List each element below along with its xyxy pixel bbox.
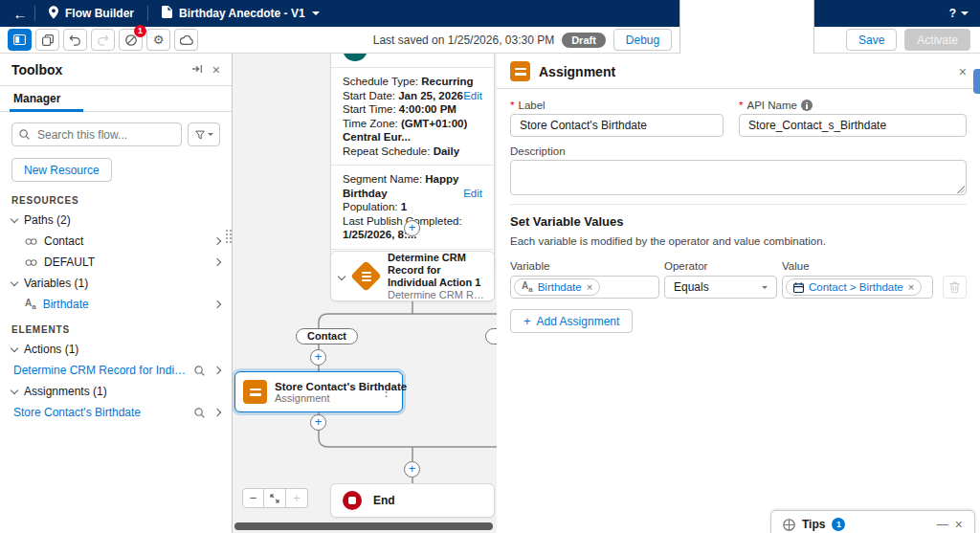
- group-paths[interactable]: Paths (2): [0, 210, 232, 231]
- add-assignment-button[interactable]: + Add Assignment: [510, 309, 633, 333]
- toolbox-search-row: [0, 112, 232, 150]
- info-icon[interactable]: [801, 100, 813, 111]
- repeat-schedule-label: Repeat Schedule:: [343, 145, 430, 157]
- activate-button[interactable]: Activate: [904, 29, 970, 51]
- resources-section-header: RESOURCES: [0, 186, 232, 210]
- value-combobox[interactable]: Contact > Birthdate ×: [782, 276, 933, 299]
- pin-panel-icon[interactable]: [191, 63, 203, 78]
- main-content: Toolbox × Manager New Resource: [0, 54, 980, 533]
- toggle-toolbox-button[interactable]: [8, 29, 32, 51]
- assignment-row: Variable Aa Birthdate × Operator: [510, 260, 967, 299]
- label-field-group: *Label: [510, 100, 724, 137]
- set-variable-values-section: Set Variable Values Each variable is mod…: [510, 204, 967, 333]
- label-input[interactable]: [510, 114, 724, 137]
- close-toolbox-icon[interactable]: ×: [212, 63, 220, 77]
- start-time-value: 4:00:00 PM: [399, 103, 457, 115]
- find-in-canvas-icon[interactable]: [194, 408, 205, 418]
- new-resource-button[interactable]: New Resource: [11, 158, 112, 182]
- add-element-button[interactable]: +: [404, 220, 420, 236]
- add-assignment-label: Add Assignment: [537, 315, 620, 328]
- back-button[interactable]: ←: [6, 6, 34, 22]
- debug-button[interactable]: Debug: [613, 29, 672, 51]
- tab-manager[interactable]: Manager: [13, 92, 60, 111]
- time-zone-label: Time Zone:: [343, 118, 398, 129]
- path-item-default[interactable]: DEFAULT: [0, 252, 232, 273]
- start-icon: [343, 54, 368, 61]
- find-in-canvas-icon[interactable]: [194, 366, 205, 376]
- chevron-down-icon: [312, 11, 320, 15]
- delete-assignment-button[interactable]: [943, 276, 967, 299]
- flow-title-segment[interactable]: Birthday Anecdote - V1: [148, 0, 333, 27]
- schedule-type-value: Recurring: [421, 76, 473, 87]
- resize-grip-icon[interactable]: [957, 186, 965, 193]
- branch-label-contact: Contact: [296, 328, 358, 344]
- chevron-right-icon: [213, 300, 221, 308]
- panel-resize-handle[interactable]: [226, 230, 233, 244]
- assignment-node-selected[interactable]: Store Contact's Birthdate Assignment ⋮: [234, 371, 403, 412]
- undo-button[interactable]: [63, 29, 87, 51]
- flow-toolbar: 1 ⚙ Last saved on 1/25/2026, 03:30 PM Dr…: [0, 27, 980, 54]
- variable-combobox[interactable]: Aa Birthdate ×: [510, 276, 659, 299]
- elements-section-header: ELEMENTS: [0, 315, 232, 339]
- flow-errors-button[interactable]: 1: [119, 29, 143, 51]
- canvas-horizontal-scrollbar[interactable]: [234, 522, 493, 530]
- variable-item-birthdate[interactable]: Aa Birthdate: [0, 294, 232, 315]
- population-label: Population:: [343, 201, 398, 212]
- cloud-run-button[interactable]: [174, 29, 198, 51]
- group-variables[interactable]: Variables (1): [0, 273, 232, 294]
- edit-segment-link[interactable]: Edit: [463, 187, 482, 201]
- repeat-schedule-value: Daily: [434, 145, 460, 157]
- close-icon[interactable]: ×: [955, 517, 963, 532]
- settings-gear-button[interactable]: ⚙: [146, 29, 170, 51]
- assignment-item-store-birthdate[interactable]: Store Contact's Birthdate: [0, 402, 232, 423]
- panel-title: Assignment: [539, 64, 615, 79]
- remove-pill-icon[interactable]: ×: [908, 282, 914, 293]
- group-actions[interactable]: Actions (1): [0, 339, 232, 360]
- save-button[interactable]: Save: [846, 29, 897, 51]
- add-element-button[interactable]: +: [404, 461, 420, 477]
- start-node-title: Start: [377, 54, 403, 56]
- add-element-button[interactable]: +: [310, 414, 326, 431]
- chevron-down-icon: [11, 214, 18, 222]
- path-icon: [25, 237, 37, 246]
- action-item-crm-record[interactable]: Determine CRM Record for Individual Acti…: [0, 360, 232, 381]
- section-help-text: Each variable is modified by the operato…: [510, 235, 967, 247]
- label-field-label: Label: [518, 100, 545, 111]
- api-name-input[interactable]: [739, 114, 967, 137]
- tips-docked-panel[interactable]: Tips 1 — ×: [770, 510, 975, 533]
- toolbox-tabs: Manager: [0, 86, 232, 112]
- collapse-branch-icon[interactable]: [338, 272, 345, 279]
- edit-schedule-link[interactable]: Edit: [463, 89, 482, 103]
- node-menu-icon[interactable]: ⋮: [378, 385, 394, 399]
- last-saved-text: Last saved on 1/25/2026, 03:30 PM: [373, 33, 554, 47]
- last-publish-label: Last Publish Completed:: [343, 215, 462, 227]
- minimize-icon[interactable]: —: [937, 518, 948, 531]
- zoom-fit-button[interactable]: [264, 488, 286, 508]
- filter-button[interactable]: [188, 122, 220, 146]
- start-node[interactable]: Start Schedule Type: RecurringEdit Start…: [330, 54, 495, 278]
- close-panel-icon[interactable]: ×: [959, 64, 967, 79]
- flow-canvas[interactable]: Start Schedule Type: RecurringEdit Start…: [233, 54, 497, 533]
- redo-button[interactable]: [91, 29, 115, 51]
- search-input[interactable]: [11, 122, 182, 146]
- path-item-contact[interactable]: Contact: [0, 231, 232, 252]
- operator-select[interactable]: Equals: [664, 276, 777, 299]
- description-textarea[interactable]: [510, 160, 967, 195]
- tips-title: Tips: [802, 518, 825, 531]
- section-title: Set Variable Values: [510, 214, 967, 229]
- variable-field-label: Variable: [510, 260, 549, 272]
- zoom-out-button[interactable]: −: [242, 488, 264, 508]
- group-label: Paths (2): [24, 213, 71, 227]
- end-node[interactable]: End: [330, 483, 495, 518]
- crm-record-node[interactable]: Determine CRM Record for Individual Acti…: [330, 251, 495, 301]
- remove-pill-icon[interactable]: ×: [587, 282, 592, 293]
- text-variable-icon: Aa: [522, 280, 533, 294]
- panel-scrollbar-thumb[interactable]: [973, 69, 980, 94]
- copy-elements-button[interactable]: [35, 29, 59, 51]
- chevron-down-icon: [208, 133, 213, 136]
- description-field-label: Description: [510, 145, 566, 157]
- end-icon: [343, 491, 362, 510]
- group-assignments[interactable]: Assignments (1): [0, 381, 232, 402]
- zoom-in-button[interactable]: +: [286, 488, 308, 508]
- add-element-button[interactable]: +: [310, 349, 326, 366]
